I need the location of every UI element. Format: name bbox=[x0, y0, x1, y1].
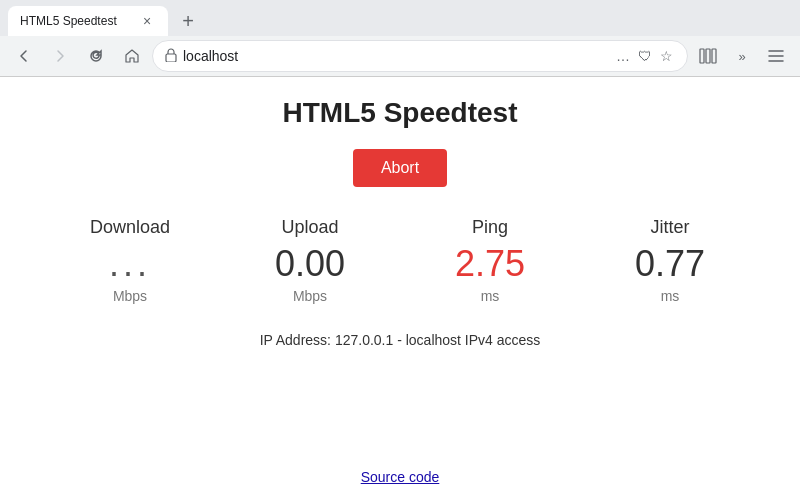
tab-title: HTML5 Speedtest bbox=[20, 14, 130, 28]
ping-label: Ping bbox=[472, 217, 508, 238]
download-metric: Download ... Mbps bbox=[70, 217, 190, 304]
bookmark-icon[interactable]: ☆ bbox=[658, 46, 675, 66]
download-label: Download bbox=[90, 217, 170, 238]
address-icons: … 🛡 ☆ bbox=[614, 46, 675, 66]
active-tab[interactable]: HTML5 Speedtest × bbox=[8, 6, 168, 36]
source-code-link[interactable]: Source code bbox=[361, 469, 440, 485]
new-tab-button[interactable]: + bbox=[174, 7, 202, 35]
address-bar[interactable]: … 🛡 ☆ bbox=[152, 40, 688, 72]
svg-rect-1 bbox=[700, 49, 704, 63]
shield-icon[interactable]: 🛡 bbox=[636, 46, 654, 66]
jitter-metric: Jitter 0.77 ms bbox=[610, 217, 730, 304]
ping-metric: Ping 2.75 ms bbox=[430, 217, 550, 304]
svg-rect-2 bbox=[706, 49, 710, 63]
ping-value: 2.75 bbox=[455, 246, 525, 282]
svg-rect-3 bbox=[712, 49, 716, 63]
forward-button[interactable] bbox=[44, 40, 76, 72]
download-unit: Mbps bbox=[113, 288, 147, 304]
menu-button[interactable] bbox=[760, 40, 792, 72]
reload-button[interactable] bbox=[80, 40, 112, 72]
download-value: ... bbox=[109, 246, 151, 282]
home-button[interactable] bbox=[116, 40, 148, 72]
ping-unit: ms bbox=[481, 288, 500, 304]
browser-actions: » bbox=[692, 40, 792, 72]
abort-button[interactable]: Abort bbox=[353, 149, 447, 187]
jitter-value: 0.77 bbox=[635, 246, 705, 282]
page-title: HTML5 Speedtest bbox=[283, 97, 518, 129]
upload-unit: Mbps bbox=[293, 288, 327, 304]
tab-close-icon[interactable]: × bbox=[138, 12, 156, 30]
svg-rect-0 bbox=[166, 54, 176, 62]
library-button[interactable] bbox=[692, 40, 724, 72]
toolbar-button[interactable]: » bbox=[726, 40, 758, 72]
upload-value: 0.00 bbox=[275, 246, 345, 282]
back-button[interactable] bbox=[8, 40, 40, 72]
nav-bar: … 🛡 ☆ » bbox=[0, 36, 800, 76]
metrics-row: Download ... Mbps Upload 0.00 Mbps Ping … bbox=[0, 217, 800, 304]
lock-icon bbox=[165, 48, 177, 65]
address-input[interactable] bbox=[183, 48, 608, 64]
browser-chrome: HTML5 Speedtest × + bbox=[0, 0, 800, 77]
upload-label: Upload bbox=[281, 217, 338, 238]
jitter-unit: ms bbox=[661, 288, 680, 304]
jitter-label: Jitter bbox=[650, 217, 689, 238]
ip-info: IP Address: 127.0.0.1 - localhost IPv4 a… bbox=[260, 332, 541, 348]
upload-metric: Upload 0.00 Mbps bbox=[250, 217, 370, 304]
more-icon[interactable]: … bbox=[614, 46, 632, 66]
page-content: HTML5 Speedtest Abort Download ... Mbps … bbox=[0, 77, 800, 500]
tab-bar: HTML5 Speedtest × + bbox=[0, 0, 800, 36]
